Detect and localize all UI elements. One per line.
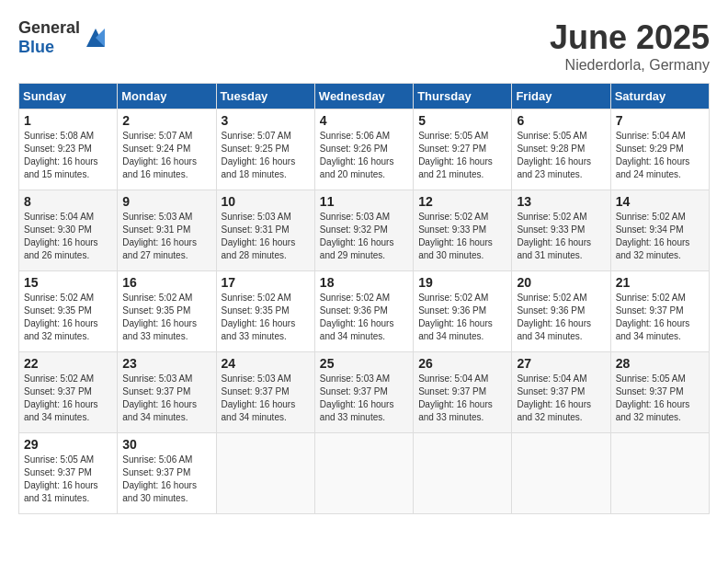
table-row: 30 Sunrise: 5:06 AM Sunset: 9:37 PM Dayl… xyxy=(118,433,216,514)
day-number: 8 xyxy=(24,194,112,209)
table-row: 12 Sunrise: 5:02 AM Sunset: 9:33 PM Dayl… xyxy=(414,190,512,271)
sunrise-label: Sunrise: 5:08 AM xyxy=(24,131,94,141)
table-row: 28 Sunrise: 5:05 AM Sunset: 9:37 PM Dayl… xyxy=(610,352,709,433)
sunrise-label: Sunrise: 5:05 AM xyxy=(616,373,686,384)
day-info: Sunrise: 5:05 AM Sunset: 9:37 PM Dayligh… xyxy=(616,373,704,424)
sunset-label: Sunset: 9:26 PM xyxy=(320,144,388,154)
day-number: 10 xyxy=(222,194,310,209)
daylight-label: Daylight: 16 hoursand 32 minutes. xyxy=(517,399,591,422)
daylight-label: Daylight: 16 hoursand 28 minutes. xyxy=(222,237,296,260)
sunset-label: Sunset: 9:25 PM xyxy=(222,144,290,154)
table-row: 1 Sunrise: 5:08 AM Sunset: 9:23 PM Dayli… xyxy=(19,109,118,190)
header-sunday: Sunday xyxy=(19,84,118,109)
table-row: 25 Sunrise: 5:03 AM Sunset: 9:37 PM Dayl… xyxy=(314,352,413,433)
day-info: Sunrise: 5:02 AM Sunset: 9:33 PM Dayligh… xyxy=(517,211,605,262)
daylight-label: Daylight: 16 hoursand 26 minutes. xyxy=(24,237,98,260)
table-row: 19 Sunrise: 5:02 AM Sunset: 9:36 PM Dayl… xyxy=(414,271,512,352)
day-info: Sunrise: 5:02 AM Sunset: 9:35 PM Dayligh… xyxy=(222,292,310,343)
daylight-label: Daylight: 16 hoursand 23 minutes. xyxy=(517,156,591,179)
table-row: 9 Sunrise: 5:03 AM Sunset: 9:31 PM Dayli… xyxy=(118,190,216,271)
day-info: Sunrise: 5:03 AM Sunset: 9:31 PM Dayligh… xyxy=(122,211,210,262)
day-number: 3 xyxy=(222,113,310,128)
sunset-label: Sunset: 9:36 PM xyxy=(418,305,486,316)
day-info: Sunrise: 5:02 AM Sunset: 9:33 PM Dayligh… xyxy=(418,211,506,262)
table-row: 24 Sunrise: 5:03 AM Sunset: 9:37 PM Dayl… xyxy=(216,352,314,433)
day-info: Sunrise: 5:06 AM Sunset: 9:37 PM Dayligh… xyxy=(122,454,210,505)
days-header-row: Sunday Monday Tuesday Wednesday Thursday… xyxy=(19,84,710,109)
sunset-label: Sunset: 9:37 PM xyxy=(24,467,92,477)
sunrise-label: Sunrise: 5:05 AM xyxy=(24,454,94,465)
day-number: 23 xyxy=(122,356,210,371)
logo-icon xyxy=(82,24,109,52)
sunrise-label: Sunrise: 5:03 AM xyxy=(122,373,192,384)
table-row xyxy=(610,433,709,514)
day-number: 12 xyxy=(418,194,506,209)
day-number: 1 xyxy=(24,113,112,128)
daylight-label: Daylight: 16 hoursand 33 minutes. xyxy=(122,318,197,341)
day-number: 19 xyxy=(418,275,506,290)
sunrise-label: Sunrise: 5:02 AM xyxy=(616,293,686,303)
day-number: 17 xyxy=(222,275,310,290)
sunrise-label: Sunrise: 5:03 AM xyxy=(320,212,390,222)
day-number: 16 xyxy=(122,275,210,290)
day-info: Sunrise: 5:07 AM Sunset: 9:25 PM Dayligh… xyxy=(222,130,310,181)
sunrise-label: Sunrise: 5:04 AM xyxy=(24,212,94,222)
sunrise-label: Sunrise: 5:02 AM xyxy=(122,293,192,303)
day-number: 14 xyxy=(616,194,704,209)
daylight-label: Daylight: 16 hoursand 34 minutes. xyxy=(616,318,690,341)
daylight-label: Daylight: 16 hoursand 18 minutes. xyxy=(222,156,296,179)
table-row: 13 Sunrise: 5:02 AM Sunset: 9:33 PM Dayl… xyxy=(512,190,610,271)
table-row: 4 Sunrise: 5:06 AM Sunset: 9:26 PM Dayli… xyxy=(314,109,413,190)
table-row: 23 Sunrise: 5:03 AM Sunset: 9:37 PM Dayl… xyxy=(118,352,216,433)
day-number: 27 xyxy=(517,356,605,371)
table-row xyxy=(414,433,512,514)
daylight-label: Daylight: 16 hoursand 31 minutes. xyxy=(517,237,591,260)
table-row: 26 Sunrise: 5:04 AM Sunset: 9:37 PM Dayl… xyxy=(414,352,512,433)
page-header: General Blue June 2025 Niederdorla, Germ… xyxy=(18,18,710,74)
sunrise-label: Sunrise: 5:03 AM xyxy=(122,212,192,222)
calendar-week-row: 22 Sunrise: 5:02 AM Sunset: 9:37 PM Dayl… xyxy=(19,352,710,433)
table-row: 16 Sunrise: 5:02 AM Sunset: 9:35 PM Dayl… xyxy=(118,271,216,352)
sunrise-label: Sunrise: 5:04 AM xyxy=(418,373,488,384)
calendar-week-row: 8 Sunrise: 5:04 AM Sunset: 9:30 PM Dayli… xyxy=(19,190,710,271)
logo-text: General Blue xyxy=(18,18,80,57)
table-row: 15 Sunrise: 5:02 AM Sunset: 9:35 PM Dayl… xyxy=(19,271,118,352)
daylight-label: Daylight: 16 hoursand 32 minutes. xyxy=(616,237,690,260)
logo: General Blue xyxy=(18,18,109,57)
sunset-label: Sunset: 9:33 PM xyxy=(418,224,486,235)
calendar-week-row: 1 Sunrise: 5:08 AM Sunset: 9:23 PM Dayli… xyxy=(19,109,710,190)
daylight-label: Daylight: 16 hoursand 34 minutes. xyxy=(418,318,493,341)
sunset-label: Sunset: 9:23 PM xyxy=(24,144,92,154)
table-row: 22 Sunrise: 5:02 AM Sunset: 9:37 PM Dayl… xyxy=(19,352,118,433)
day-info: Sunrise: 5:02 AM Sunset: 9:37 PM Dayligh… xyxy=(616,292,704,343)
sunrise-label: Sunrise: 5:04 AM xyxy=(616,131,686,141)
sunset-label: Sunset: 9:36 PM xyxy=(320,305,388,316)
day-info: Sunrise: 5:03 AM Sunset: 9:37 PM Dayligh… xyxy=(320,373,408,424)
day-number: 7 xyxy=(616,113,704,128)
day-number: 25 xyxy=(320,356,408,371)
day-number: 4 xyxy=(320,113,408,128)
daylight-label: Daylight: 16 hoursand 30 minutes. xyxy=(122,480,197,503)
day-info: Sunrise: 5:05 AM Sunset: 9:27 PM Dayligh… xyxy=(418,130,506,181)
day-number: 30 xyxy=(122,437,210,452)
sunrise-label: Sunrise: 5:02 AM xyxy=(616,212,686,222)
sunset-label: Sunset: 9:32 PM xyxy=(320,224,388,235)
table-row xyxy=(216,433,314,514)
header-monday: Monday xyxy=(118,84,216,109)
sunrise-label: Sunrise: 5:02 AM xyxy=(418,293,488,303)
sunset-label: Sunset: 9:37 PM xyxy=(320,386,388,396)
calendar-week-row: 15 Sunrise: 5:02 AM Sunset: 9:35 PM Dayl… xyxy=(19,271,710,352)
sunset-label: Sunset: 9:30 PM xyxy=(24,224,92,235)
table-row: 27 Sunrise: 5:04 AM Sunset: 9:37 PM Dayl… xyxy=(512,352,610,433)
table-row: 14 Sunrise: 5:02 AM Sunset: 9:34 PM Dayl… xyxy=(610,190,709,271)
daylight-label: Daylight: 16 hoursand 34 minutes. xyxy=(222,399,296,422)
day-number: 20 xyxy=(517,275,605,290)
day-info: Sunrise: 5:02 AM Sunset: 9:36 PM Dayligh… xyxy=(517,292,605,343)
sunset-label: Sunset: 9:35 PM xyxy=(222,305,290,316)
table-row: 17 Sunrise: 5:02 AM Sunset: 9:35 PM Dayl… xyxy=(216,271,314,352)
sunset-label: Sunset: 9:37 PM xyxy=(616,386,684,396)
daylight-label: Daylight: 16 hoursand 20 minutes. xyxy=(320,156,394,179)
sunrise-label: Sunrise: 5:02 AM xyxy=(320,293,390,303)
logo-general: General xyxy=(18,18,80,37)
sunset-label: Sunset: 9:34 PM xyxy=(616,224,684,235)
